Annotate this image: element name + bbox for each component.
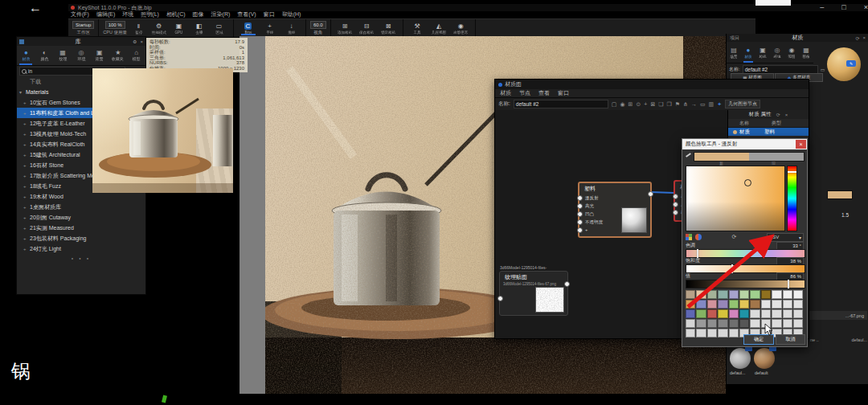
ribbon-button-几何视图[interactable]: ◭几何视图 xyxy=(429,22,449,35)
refraction-index-value[interactable]: 1.5 xyxy=(841,212,849,218)
gear-icon[interactable]: ⚙ xyxy=(133,39,137,44)
ribbon-button-平移[interactable]: +平移 xyxy=(260,22,280,35)
palette-swatch[interactable] xyxy=(729,309,739,318)
palette-swatch[interactable] xyxy=(750,319,760,328)
menu-item[interactable]: 编辑(E) xyxy=(96,10,115,18)
refresh-icon[interactable]: ⟳ xyxy=(855,35,859,41)
palette-swatch[interactable] xyxy=(729,319,739,328)
palette-swatch[interactable] xyxy=(739,300,749,309)
pin-dot[interactable] xyxy=(577,195,583,201)
library-tab-模型[interactable]: ⌂模型 xyxy=(127,46,145,65)
ok-button[interactable]: 确定 xyxy=(743,334,774,345)
graph-menu-item[interactable]: 窗口 xyxy=(558,89,569,97)
palette-swatch[interactable] xyxy=(772,309,781,318)
ribbon-button-推移[interactable]: ↓推移 xyxy=(281,22,301,35)
palette-swatch[interactable] xyxy=(707,309,717,318)
palette-swatch[interactable] xyxy=(686,300,695,309)
palette-swatch[interactable] xyxy=(686,319,695,328)
saturation-slider-marker[interactable] xyxy=(731,264,733,273)
reset-icon[interactable]: ⟳ xyxy=(705,234,764,240)
graph-menu-item[interactable]: 材质 xyxy=(500,89,511,97)
ribbon-button-区域[interactable]: ▭区域 xyxy=(209,22,229,35)
palette-swatch[interactable] xyxy=(783,319,792,328)
palette-swatch[interactable] xyxy=(729,300,739,309)
graph-toolbar-icon[interactable]: + xyxy=(644,101,647,108)
menu-item[interactable]: 帮助(H) xyxy=(282,10,301,18)
value-slider-marker[interactable] xyxy=(788,280,789,288)
project-tab-图像[interactable]: ▦图像 xyxy=(799,42,813,63)
library-tree-item[interactable]: +20剖面 Cutaway xyxy=(17,212,145,223)
palette-swatch[interactable] xyxy=(783,309,792,318)
tree-expander-icon[interactable]: + xyxy=(23,132,27,137)
palette-swatch[interactable] xyxy=(707,319,717,328)
library-tree-item[interactable]: +1桌面材质库 xyxy=(17,202,145,212)
tree-expander-icon[interactable]: ▾ xyxy=(19,89,23,95)
color-mode-dropdown[interactable]: HSV▾ xyxy=(767,233,804,242)
minimize-button[interactable]: – xyxy=(820,3,824,11)
tree-expander-icon[interactable]: + xyxy=(23,142,27,147)
palette-swatch[interactable] xyxy=(696,290,706,299)
palette-swatch[interactable] xyxy=(793,319,803,328)
refresh-icon[interactable]: ⟳ xyxy=(776,112,780,117)
graph-titlebar[interactable]: 材质图 xyxy=(495,80,809,89)
graph-toolbar-icon[interactable]: ◉ xyxy=(620,101,624,108)
texture-map-node[interactable]: 3d66Model-1295014-files- 纹理贴图 3d66Model-… xyxy=(499,271,568,316)
fov-value[interactable]: 60.0 xyxy=(310,21,326,29)
geometry-node-label[interactable]: 几何图形节点 xyxy=(725,100,760,108)
palette-swatch[interactable] xyxy=(761,309,771,318)
palette-swatch[interactable] xyxy=(739,319,749,328)
tree-expander-icon[interactable]: + xyxy=(23,194,27,199)
ribbon-button-添加相机[interactable]: ⊞添加相机 xyxy=(335,22,355,35)
pin-dot[interactable] xyxy=(577,203,583,209)
graph-menu-item[interactable]: 查看 xyxy=(538,89,550,97)
tree-expander-icon[interactable]: + xyxy=(23,215,27,220)
palette-swatch[interactable] xyxy=(783,290,792,299)
graph-toolbar-icon[interactable]: ▭ xyxy=(700,101,706,108)
ribbon-button-工具[interactable]: ⚒工具 xyxy=(407,22,428,35)
palette-swatch[interactable] xyxy=(729,290,739,299)
props-row-material[interactable]: 材质 塑料 xyxy=(728,128,809,136)
library-tab-背景[interactable]: ▣背景 xyxy=(90,46,108,65)
palette-swatch[interactable] xyxy=(707,329,717,338)
graph-toolbar-icon[interactable]: ⋔ xyxy=(683,101,688,108)
ribbon-button-性能模式[interactable]: ⚙性能模式 xyxy=(149,22,169,35)
ribbon-button-暂停[interactable]: ‖暂停 xyxy=(129,22,149,35)
project-tab-环境[interactable]: ◎环境 xyxy=(770,42,784,63)
palette-swatch[interactable] xyxy=(696,300,706,309)
project-tab-照明[interactable]: ◉照明 xyxy=(784,42,799,63)
library-tree-item[interactable]: +21实测 Measured xyxy=(17,223,145,233)
tree-expander-icon[interactable]: + xyxy=(23,100,27,105)
graph-toolbar-icon[interactable]: ❐ xyxy=(667,101,672,108)
tree-expander-icon[interactable]: + xyxy=(23,174,27,178)
ribbon-button-光管理器[interactable]: ◉光管理器 xyxy=(451,22,471,35)
palette-swatch[interactable] xyxy=(696,329,706,338)
pin-dot[interactable] xyxy=(577,227,583,233)
texture-file-row[interactable]: ...-67.png xyxy=(809,311,867,320)
material-list-row[interactable]: ne ..defaul... xyxy=(810,338,867,342)
wheel-mode-icon[interactable] xyxy=(695,234,702,240)
close-button[interactable]: × xyxy=(864,3,868,11)
graph-toolbar-icon[interactable]: ❏ xyxy=(658,101,663,108)
palette-swatch[interactable] xyxy=(707,300,717,309)
tree-expander-icon[interactable]: + xyxy=(23,226,27,231)
texture-input-pin[interactable] xyxy=(497,296,503,301)
bookmark-icon[interactable]: ▭ xyxy=(821,67,825,72)
palette-swatch[interactable] xyxy=(772,319,781,328)
ribbon-button-锁定相机[interactable]: ⊠锁定相机 xyxy=(379,22,399,35)
hue-bar-marker[interactable] xyxy=(788,171,796,173)
palette-swatch[interactable] xyxy=(718,300,727,309)
plastic-node[interactable]: 塑料 漫反射高光凹凸不透明度+ xyxy=(578,182,652,238)
ribbon-button-GPU[interactable]: ▣GPU xyxy=(169,22,189,35)
palette-swatch[interactable] xyxy=(761,290,771,299)
tree-expander-icon[interactable]: + xyxy=(23,236,27,241)
picker-titlebar[interactable]: 颜色拾取工具 - 漫反射 xyxy=(682,139,807,149)
graph-toolbar-icon[interactable]: ▥ xyxy=(709,101,714,108)
palette-swatch[interactable] xyxy=(686,329,695,338)
palette-swatch[interactable] xyxy=(718,319,727,328)
palette-swatch[interactable] xyxy=(739,290,749,299)
graph-toolbar-icon[interactable]: ⊞ xyxy=(628,101,633,108)
menu-item[interactable]: 窗口 xyxy=(264,10,275,18)
palette-swatch[interactable] xyxy=(783,300,792,309)
library-tree-item[interactable]: +24灯光 Light xyxy=(17,243,145,254)
palette-swatch[interactable] xyxy=(686,309,695,318)
